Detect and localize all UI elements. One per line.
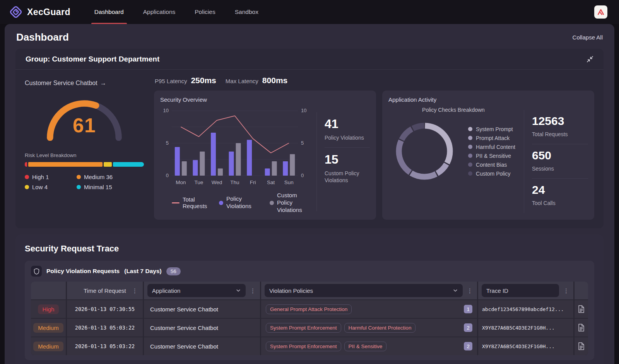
stat-label: Custom Policy Violations	[325, 170, 370, 184]
severity-badge: High	[38, 304, 59, 314]
minimal-dot-icon	[77, 185, 81, 189]
system-prompt-dot-icon	[468, 127, 472, 131]
collapse-group-icon[interactable]	[587, 56, 593, 63]
cell-time: 2026-01-13 05:03:22	[67, 319, 143, 337]
cell-application: Customer Service Chatbot	[144, 337, 260, 355]
trace-table-wrap: Time of Request⋮Application⋮Violation Po…	[31, 282, 588, 355]
latency-label: Max Latency	[226, 78, 258, 84]
trace-table: Time of Request⋮Application⋮Violation Po…	[31, 282, 588, 355]
risk-breakdown-title: Risk Level Breakdown	[25, 152, 144, 158]
policy-donut-legend: System PromptPrompt AttackHarmful Conten…	[468, 126, 515, 177]
medium-dot-icon	[77, 175, 81, 179]
line-swatch-icon	[172, 202, 180, 203]
svg-text:Thu: Thu	[230, 179, 239, 185]
nav-item-sandbox[interactable]: Sandbox	[233, 0, 260, 24]
donut-legend-pii-sensitive: PII & Sensitive	[468, 153, 515, 159]
stat-value: 15	[325, 152, 370, 167]
panel-header: Policy Violation Requests (Last 7 Days) …	[31, 266, 588, 277]
svg-text:10: 10	[163, 108, 169, 113]
policy-count-badge: 2	[464, 323, 472, 332]
group-body: Customer Service Chatbot → 61 Risk Level…	[15, 70, 604, 228]
trace-section-title: Security Request Trace	[25, 244, 594, 254]
policy-count-badge: 2	[464, 342, 472, 350]
column-header-actions	[575, 282, 588, 299]
risk-legend-label: Low 4	[32, 184, 48, 190]
brand-logo: XecGuard	[9, 5, 70, 19]
stat-value: 41	[325, 117, 370, 131]
column-menu-icon[interactable]: ⋮	[563, 288, 570, 294]
risk-segment-high	[25, 162, 27, 167]
stat-value: 24	[532, 183, 588, 197]
cell-actions	[575, 337, 588, 355]
prompt-attack-dot-icon	[468, 136, 472, 140]
chevron-down-icon[interactable]	[236, 288, 241, 293]
svg-text:Fri: Fri	[250, 179, 256, 185]
column-menu-icon[interactable]: ⋮	[131, 288, 139, 294]
legend-label: Prompt Attack	[476, 135, 510, 141]
account-logo-button[interactable]	[594, 5, 607, 19]
column-filter-application[interactable]: Application	[147, 284, 246, 297]
stat-label: Policy Violations	[325, 134, 370, 141]
stat-custom-policy-violations: 15Custom Policy Violations	[325, 147, 370, 190]
column-header-time-of-request[interactable]: Time of Request⋮	[67, 282, 143, 299]
risk-segment-minimal	[113, 162, 144, 167]
stat-total-requests: 12563Total Requests	[532, 110, 588, 144]
overview-stats: 41Policy Violations15Custom Policy Viola…	[316, 112, 370, 211]
high-dot-icon	[25, 175, 29, 179]
red-mountain-icon	[597, 8, 605, 16]
violation-count-badge: 56	[166, 267, 181, 275]
policy-count-badge: 1	[464, 305, 472, 313]
risk-score-value: 61	[43, 114, 125, 137]
severity-badge: Medium	[33, 323, 63, 333]
security-overview-card: Security Overview 00551010MonTueWedThuFr…	[154, 91, 376, 220]
main-panel: Dashboard Collapse All Group: Customer S…	[5, 24, 614, 364]
legend-label: Total Requests	[183, 196, 210, 209]
group-card-header: Group: Customer Support Department	[15, 49, 604, 70]
cell-time: 2026-01-13 07:30:55	[67, 300, 143, 318]
column-header-trace-id[interactable]: Trace ID⋮	[478, 282, 573, 299]
panel-period: (Last 7 Days)	[124, 268, 161, 275]
risk-legend-label: Medium 36	[84, 174, 113, 180]
collapse-all-button[interactable]: Collapse All	[573, 34, 603, 41]
column-header-application[interactable]: Application⋮	[144, 282, 260, 299]
donut-legend-content-bias: Content Bias	[468, 162, 515, 168]
legend-label: Custom Policy	[476, 171, 510, 177]
latency-max-latency: Max Latency800ms	[226, 76, 287, 85]
app-link[interactable]: Customer Service Chatbot →	[25, 80, 106, 87]
nav-item-policies[interactable]: Policies	[193, 0, 217, 24]
svg-text:Tue: Tue	[194, 179, 203, 185]
cell-severity: Medium	[31, 319, 66, 337]
nav-item-applications[interactable]: Applications	[142, 0, 177, 24]
brand-name: XecGuard	[27, 7, 70, 17]
risk-legend-label: High 1	[32, 174, 49, 180]
cell-actions	[575, 300, 588, 318]
column-filter-violation-policies[interactable]: Violation Policies	[265, 284, 463, 297]
cell-time: 2026-01-13 05:03:22	[67, 337, 143, 355]
application-activity-title: Application Activity	[388, 96, 588, 103]
column-header-violation-policies[interactable]: Violation Policies⋮	[261, 282, 477, 299]
stat-label: Tool Calls	[532, 200, 578, 207]
column-label: Time of Request	[84, 287, 126, 294]
application-activity-card: Application Activity Policy Checks Break…	[382, 91, 594, 220]
custom-policy-violations-dot-icon	[270, 201, 274, 205]
cell-application: Customer Service Chatbot	[144, 300, 260, 318]
donut-legend-system-prompt: System Prompt	[468, 126, 515, 132]
document-icon[interactable]	[578, 305, 585, 313]
column-menu-icon[interactable]: ⋮	[249, 288, 256, 294]
cell-application: Customer Service Chatbot	[144, 319, 260, 337]
svg-text:0: 0	[301, 173, 304, 178]
document-icon[interactable]	[578, 342, 585, 350]
legend-label: Content Bias	[476, 162, 507, 168]
pii-sensitive-dot-icon	[468, 154, 472, 158]
cell-trace-id: abcdef1234567890abcdef12...	[478, 300, 573, 318]
column-menu-icon[interactable]: ⋮	[466, 288, 474, 294]
nav-item-dashboard[interactable]: Dashboard	[93, 0, 125, 24]
svg-text:Sat: Sat	[267, 179, 275, 185]
column-filter-trace-id[interactable]: Trace ID	[482, 284, 559, 297]
risk-legend-low: Low 4	[25, 184, 77, 190]
risk-legend-high: High 1	[25, 174, 77, 180]
policy-violation-panel: Policy Violation Requests (Last 7 Days) …	[25, 261, 594, 360]
svg-text:Sun: Sun	[284, 179, 294, 185]
document-icon[interactable]	[578, 324, 585, 332]
chevron-down-icon[interactable]	[453, 288, 458, 293]
